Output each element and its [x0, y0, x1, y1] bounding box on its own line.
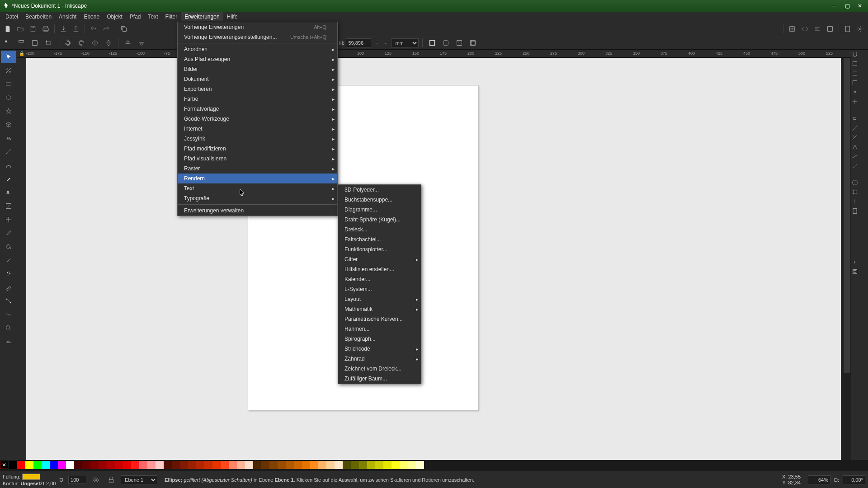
align-button[interactable]	[811, 23, 823, 35]
zoom-tool[interactable]	[1, 322, 16, 334]
tweak-tool[interactable]	[1, 254, 16, 267]
snap-margins[interactable]	[851, 268, 868, 277]
ext-item[interactable]: Gcode-Werkzeuge	[178, 114, 337, 124]
color-swatch[interactable]	[25, 461, 33, 469]
affect-stroke-button[interactable]	[426, 37, 438, 49]
ext-item[interactable]: Exportieren	[178, 84, 337, 94]
undo-button[interactable]	[88, 23, 99, 35]
xml-button[interactable]	[799, 23, 811, 35]
snap-cusp[interactable]	[851, 143, 868, 152]
color-swatch[interactable]	[131, 461, 139, 469]
color-swatch[interactable]	[66, 461, 74, 469]
menu-filter[interactable]: Filter	[162, 12, 181, 21]
opacity-input[interactable]	[68, 476, 86, 484]
stroke-width[interactable]: 2,00	[46, 481, 56, 486]
copy-button[interactable]	[118, 23, 130, 35]
color-swatch[interactable]	[310, 461, 318, 469]
affect-corners-button[interactable]	[440, 37, 452, 49]
stroke-value[interactable]: Ungesetzt	[20, 481, 44, 486]
color-swatch[interactable]	[204, 461, 212, 469]
render-item[interactable]: Rahmen...	[338, 324, 421, 334]
color-swatch[interactable]	[50, 461, 58, 469]
color-swatch[interactable]	[237, 461, 245, 469]
ext-item[interactable]: Raster	[178, 164, 337, 174]
color-swatch[interactable]	[221, 461, 229, 469]
render-item[interactable]: Hilfslinien erstellen...	[338, 264, 421, 274]
export-button[interactable]	[70, 23, 82, 35]
snap-other[interactable]	[851, 179, 868, 188]
menu-ebene[interactable]: Ebene	[80, 12, 103, 21]
measure-tool[interactable]	[1, 335, 16, 348]
lpe-tool[interactable]	[1, 308, 16, 321]
3dbox-tool[interactable]	[1, 118, 16, 131]
vertical-scrollbar[interactable]	[843, 58, 851, 462]
render-item[interactable]: Faltschachtel...	[338, 235, 421, 244]
redo-button[interactable]	[100, 23, 112, 35]
color-swatch[interactable]	[269, 461, 278, 469]
color-swatch[interactable]	[188, 461, 196, 469]
snap-path[interactable]	[851, 124, 868, 133]
affect-gradient-button[interactable]	[453, 37, 465, 49]
ext-item[interactable]: Farbe	[178, 94, 337, 104]
ext-item[interactable]: Dokument	[178, 74, 337, 84]
snap-corner[interactable]	[851, 79, 868, 88]
snap-button[interactable]	[786, 23, 798, 35]
text-tool[interactable]: A	[1, 186, 16, 199]
color-swatch[interactable]	[261, 461, 269, 469]
color-swatch[interactable]	[383, 461, 392, 469]
menu-text[interactable]: Text	[145, 12, 162, 21]
color-swatch[interactable]	[164, 461, 172, 469]
snap-line[interactable]	[851, 162, 868, 171]
ext-item[interactable]: JessyInk	[178, 134, 337, 144]
sel-opt4[interactable]	[42, 37, 54, 49]
transform-button[interactable]	[824, 23, 836, 35]
gradient-tool[interactable]	[1, 200, 16, 212]
menu-ansicht[interactable]: Ansicht	[55, 12, 80, 21]
color-swatch[interactable]	[115, 461, 123, 469]
ext-item[interactable]: Formatvorlage	[178, 104, 337, 114]
snap-center[interactable]	[851, 98, 868, 107]
render-item[interactable]: Strichcode	[338, 344, 421, 354]
color-swatch[interactable]	[180, 461, 188, 469]
color-swatch[interactable]	[286, 461, 294, 469]
import-button[interactable]	[57, 23, 69, 35]
color-swatch[interactable]	[123, 461, 131, 469]
sel-opt1[interactable]	[2, 37, 14, 49]
snap-intersection[interactable]	[851, 134, 868, 142]
star-tool[interactable]	[1, 105, 16, 117]
color-swatch[interactable]	[359, 461, 367, 469]
render-item[interactable]: Gitter	[338, 254, 421, 264]
render-item[interactable]: Parametrische Kurven...	[338, 314, 421, 324]
height-input[interactable]	[346, 38, 371, 47]
affect-pattern-button[interactable]	[467, 37, 479, 49]
color-swatch[interactable]	[147, 461, 156, 469]
ellipse-tool[interactable]	[1, 91, 16, 104]
layer-lock-toggle[interactable]	[105, 474, 117, 486]
color-swatch[interactable]	[400, 461, 408, 469]
save-button[interactable]	[27, 23, 39, 35]
color-swatch[interactable]	[58, 461, 66, 469]
render-item[interactable]: Spirograph...	[338, 334, 421, 344]
ext-item[interactable]: Anordnen	[178, 44, 337, 54]
horizontal-ruler[interactable]: -200-175-150-125-100-75-50-2502550751001…	[26, 50, 851, 58]
render-item[interactable]: L-System...	[338, 284, 421, 294]
color-swatch[interactable]	[33, 461, 42, 469]
sel-opt3[interactable]	[29, 37, 41, 49]
color-swatch[interactable]	[408, 461, 416, 469]
menu-datei[interactable]: Datei	[2, 12, 22, 21]
snap-page[interactable]	[851, 207, 868, 216]
render-item[interactable]: 3D-Polyeder...	[338, 185, 421, 195]
prefs-button[interactable]	[854, 23, 866, 35]
render-item[interactable]: Dreieck...	[338, 225, 421, 235]
snap-smooth[interactable]	[851, 153, 868, 161]
dropper-tool[interactable]	[1, 227, 16, 239]
color-swatch[interactable]	[74, 461, 82, 469]
color-swatch[interactable]	[212, 461, 221, 469]
render-item[interactable]: Zufälliger Baum...	[338, 374, 421, 384]
render-item[interactable]: Funktionsplotter...	[338, 244, 421, 254]
menu-pfad[interactable]: Pfad	[126, 12, 145, 21]
bezier-tool[interactable]	[1, 159, 16, 172]
ruler-lock-icon[interactable]: 🔒	[17, 50, 26, 58]
snap-midpoint[interactable]	[851, 89, 868, 97]
color-swatch[interactable]	[172, 461, 180, 469]
